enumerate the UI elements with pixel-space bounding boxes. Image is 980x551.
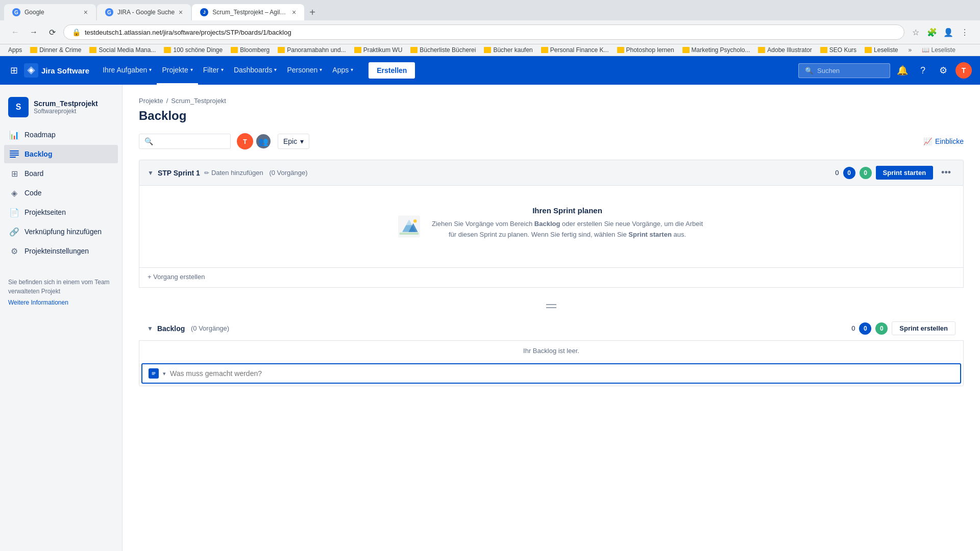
sidebar-label-roadmap: Roadmap — [24, 131, 56, 139]
bookmark-folder-icon-9 — [541, 47, 548, 53]
board-icon: ⊞ — [9, 168, 19, 179]
back-button[interactable]: ← — [8, 25, 22, 39]
breadcrumb-projekte[interactable]: Projekte — [139, 97, 163, 105]
backlog-search-input[interactable] — [156, 137, 225, 145]
sprint-header-right: 0 0 0 Sprint starten ••• — [835, 165, 955, 180]
tab-close-jira-board[interactable]: × — [292, 8, 296, 16]
sidebar-item-board[interactable]: ⊞ Board — [4, 164, 118, 183]
bookmark-praktikum[interactable]: Praktikum WU — [354, 46, 403, 54]
sidebar-item-roadmap[interactable]: 📊 Roadmap — [4, 126, 118, 144]
sprint-add-data-button[interactable]: ✏ Daten hinzufügen — [204, 169, 263, 177]
more-options-button[interactable]: ⋮ — [958, 25, 972, 39]
bookmark-buecherliste[interactable]: Bücherliste Bücherei — [410, 46, 476, 54]
bookmark-apps-label: Apps — [8, 46, 22, 54]
toolbar-user-avatar[interactable]: T — [237, 133, 253, 149]
settings-icon[interactable]: ⚙ — [935, 62, 951, 79]
bookmarks-more[interactable]: » — [908, 46, 912, 54]
backlog-search-box[interactable]: 🔍 — [139, 134, 231, 149]
help-icon[interactable]: ? — [915, 62, 931, 79]
sidebar-weitere-info-link[interactable]: Weitere Informationen — [8, 299, 114, 306]
sidebar-nav: 📊 Roadmap Backlog ⊞ — [0, 126, 122, 260]
bookmark-panorama[interactable]: Panoramabahn und... — [278, 46, 346, 54]
sidebar-item-projekteinstellungen[interactable]: ⚙ Projekteinstellungen — [4, 242, 118, 260]
input-type-dropdown[interactable]: ▾ — [163, 370, 166, 377]
nav-label-ihre-aufgaben: Ihre Aufgaben — [103, 66, 147, 74]
bookmark-marketing[interactable]: Marketing Psycholo... — [682, 46, 750, 54]
bookmark-social[interactable]: Social Media Mana... — [89, 46, 156, 54]
bookmark-buecher-kaufen[interactable]: Bücher kaufen — [484, 46, 532, 54]
bookmark-personal-finance[interactable]: Personal Finance K... — [541, 46, 609, 54]
notifications-icon[interactable]: 🔔 — [894, 62, 911, 79]
address-bar[interactable]: 🔒 testdeutsch1.atlassian.net/jira/softwa… — [63, 24, 904, 40]
nav-label-dashboards: Dashboards — [234, 66, 273, 74]
jira-logo-svg — [24, 63, 38, 78]
sprint-collapse-icon[interactable]: ▼ — [148, 169, 154, 177]
sidebar-item-backlog[interactable]: Backlog — [4, 145, 118, 163]
bookmark-bloomberg[interactable]: Bloomberg — [231, 46, 270, 54]
tab-jira-search[interactable]: G JIRA - Google Suche × — [97, 4, 191, 20]
backlog-section-header: ▼ Backlog (0 Vorgänge) 0 0 0 Sprint erst… — [139, 316, 964, 340]
tab-jira-board[interactable]: J Scrum_Testprojekt – Agile-Board... × — [192, 4, 304, 20]
user-avatar[interactable]: T — [955, 62, 972, 79]
sprint-more-button[interactable]: ••• — [937, 165, 955, 180]
bookmark-leseliste[interactable]: Leseliste — [865, 46, 898, 54]
forward-button[interactable]: → — [27, 25, 41, 39]
svg-rect-1 — [10, 151, 19, 152]
nav-item-personen[interactable]: Personen ▾ — [282, 56, 327, 85]
jira-logo[interactable]: Jira Software — [24, 63, 89, 78]
sprint-badge-green: 0 — [860, 167, 872, 179]
bookmark-seo[interactable]: SEO Kurs — [820, 46, 856, 54]
einblicke-button[interactable]: 📈 Einblicke — [923, 137, 964, 145]
sidebar-item-verknuepfung[interactable]: 🔗 Verknüpfung hinzufügen — [4, 222, 118, 241]
sprint-create-item[interactable]: + Vorgang erstellen — [139, 267, 963, 286]
grid-icon[interactable]: ⊞ — [8, 63, 20, 78]
sidebar-item-code[interactable]: ◈ Code — [4, 184, 118, 202]
bookmark-folder-icon-12 — [758, 47, 765, 53]
backlog-collapse-icon[interactable]: ▼ — [147, 325, 153, 332]
backlog-create-input[interactable] — [170, 369, 954, 378]
reload-button[interactable]: ⟳ — [45, 25, 59, 39]
nav-item-dashboards[interactable]: Dashboards ▾ — [229, 56, 282, 85]
tab-close-jira-search[interactable]: × — [179, 8, 183, 16]
backlog-body: Ihr Backlog ist leer. ▾ — [139, 340, 964, 386]
leseliste-btn[interactable]: 📖 Leseliste — [922, 46, 955, 54]
bookmark-adobe[interactable]: Adobe Illustrator — [758, 46, 812, 54]
sprint-create-button[interactable]: Sprint erstellen — [892, 321, 955, 335]
bookmark-folder-icon-14 — [865, 47, 872, 53]
bookmark-photoshop[interactable]: Photoshop lernen — [617, 46, 674, 54]
bookmark-apps[interactable]: Apps — [8, 46, 22, 54]
user-profile-button[interactable]: 👤 — [941, 25, 955, 39]
nav-item-ihre-aufgaben[interactable]: Ihre Aufgaben ▾ — [97, 56, 157, 85]
epic-dropdown[interactable]: Epic ▾ — [278, 134, 309, 149]
extension-button[interactable]: 🧩 — [925, 25, 939, 39]
search-icon-topnav: 🔍 — [805, 67, 813, 74]
create-button[interactable]: Erstellen — [369, 62, 415, 79]
nav-item-apps[interactable]: Apps ▾ — [327, 56, 358, 85]
tab-favicon-google: G — [12, 8, 20, 16]
sprint-illustration — [398, 206, 420, 247]
toolbar-group-avatar[interactable]: 👥 — [255, 133, 272, 149]
dropdown-arrow-dashboards-icon: ▾ — [274, 67, 277, 72]
bookmark-button[interactable]: ☆ — [909, 25, 923, 39]
new-tab-button[interactable]: + — [305, 5, 320, 20]
backlog-input-row[interactable]: ▾ — [141, 363, 961, 384]
nav-item-filter[interactable]: Filter ▾ — [198, 56, 229, 85]
code-icon: ◈ — [9, 188, 19, 198]
einblicke-label: Einblicke — [935, 137, 964, 145]
pencil-icon: ✏ — [204, 169, 209, 177]
tab-close-google[interactable]: × — [84, 8, 88, 16]
bookmark-dinner[interactable]: Dinner & Crime — [30, 46, 81, 54]
sidebar-item-projektseiten[interactable]: 📄 Projektseiten — [4, 203, 118, 221]
breadcrumb-scrum[interactable]: Scrum_Testprojekt — [171, 97, 226, 105]
project-icon: S — [8, 97, 29, 117]
project-info: Scrum_Testprojekt Softwareprojekt — [34, 99, 114, 115]
sprint-resize-divider[interactable] — [139, 296, 964, 316]
tab-google[interactable]: G Google × — [4, 4, 96, 20]
dropdown-arrow-personen-icon: ▾ — [320, 67, 322, 72]
sprint-start-button[interactable]: Sprint starten — [876, 166, 934, 180]
search-box-topnav[interactable]: 🔍 Suchen — [798, 63, 890, 78]
bookmark-folder-icon-13 — [820, 47, 827, 53]
nav-item-projekte[interactable]: Projekte ▾ — [157, 56, 198, 85]
project-name: Scrum_Testprojekt — [34, 99, 114, 108]
bookmark-100[interactable]: 100 schöne Dinge — [164, 46, 223, 54]
